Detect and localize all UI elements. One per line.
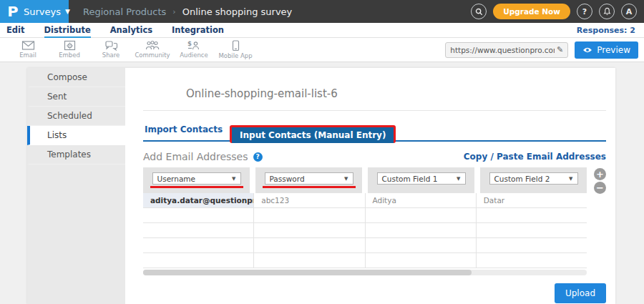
toolbar-item-email[interactable]: Email xyxy=(7,40,49,59)
column-header-4: Custom Field 2▼ xyxy=(480,167,587,193)
email-lists-panel: ComposeSentScheduledListsTemplates Onlin… xyxy=(27,68,615,304)
table-row xyxy=(143,223,587,238)
upgrade-now-button[interactable]: Upgrade Now xyxy=(493,4,570,19)
community-icon xyxy=(132,40,173,51)
sidebar-item-templates[interactable]: Templates xyxy=(27,145,125,165)
toolbar-item-embed[interactable]: Embed xyxy=(49,40,90,59)
table-cell[interactable] xyxy=(476,208,587,222)
tab-import-contacts[interactable]: Import Contacts xyxy=(143,124,230,140)
table-row: aditya.datar@questionpro.comabc123Aditya… xyxy=(143,193,587,208)
dropdown-caret-icon: ▼ xyxy=(569,176,572,182)
nav-tab-integration[interactable]: Integration xyxy=(172,23,224,38)
horizontal-scrollbar[interactable] xyxy=(143,270,587,275)
table-cell[interactable] xyxy=(476,223,587,237)
sidebar-item-lists[interactable]: Lists xyxy=(27,126,125,145)
nav-tab-distribute[interactable]: Distribute xyxy=(44,23,91,38)
breadcrumb: Regional Products › Online shopping surv… xyxy=(83,6,292,17)
search-button[interactable] xyxy=(471,4,487,19)
column-select-username[interactable]: Username▼ xyxy=(152,172,241,185)
table-row xyxy=(143,253,587,268)
responses-count[interactable]: Responses: 2 xyxy=(577,26,635,35)
add-row-button[interactable]: + xyxy=(594,168,606,180)
title-divider xyxy=(143,110,606,111)
toolbar-item-mobile-app[interactable]: Mobile App xyxy=(215,40,256,59)
nav-tab-edit[interactable]: Edit xyxy=(6,23,25,38)
table-cell[interactable] xyxy=(365,253,476,268)
bell-icon xyxy=(603,7,611,16)
help-icon[interactable]: ? xyxy=(253,152,263,162)
column-header-3: Custom Field 1▼ xyxy=(368,167,474,193)
sidebar-item-scheduled[interactable]: Scheduled xyxy=(27,107,125,126)
survey-nav-tabs: EditDistributeAnalyticsIntegration xyxy=(6,23,243,38)
survey-url-text: https://www.questionpro.com/t/APNrFZ xyxy=(450,46,555,54)
table-cell[interactable] xyxy=(365,223,476,237)
email-list-title: Online-shopping-email-list-6 xyxy=(186,87,606,100)
copy-paste-email-link[interactable]: Copy / Paste Email Addresses xyxy=(464,152,606,162)
table-row xyxy=(143,208,587,223)
table-cell[interactable] xyxy=(476,253,587,268)
list-content: Online-shopping-email-list-6 Import Cont… xyxy=(125,68,622,304)
toolbar-item-community[interactable]: Community xyxy=(132,40,173,59)
add-email-addresses-title: Add Email Addresses xyxy=(143,151,248,162)
upload-button[interactable]: Upload xyxy=(555,283,606,303)
table-cell[interactable] xyxy=(253,223,364,237)
upload-row: Upload xyxy=(143,283,606,303)
contacts-tab-bar: Import Contacts Input Contacts (Manual E… xyxy=(143,124,606,142)
surveys-menu-label: Surveys xyxy=(24,6,61,17)
table-cell[interactable]: Datar xyxy=(476,193,587,207)
table-cell[interactable] xyxy=(365,238,476,252)
account-avatar[interactable]: A xyxy=(621,4,637,19)
column-select-custom-field-2[interactable]: Custom Field 2▼ xyxy=(489,172,578,185)
remove-row-button[interactable]: − xyxy=(594,182,606,194)
table-cell[interactable] xyxy=(143,238,253,252)
breadcrumb-separator-icon: › xyxy=(172,7,175,16)
toolbar-right: https://www.questionpro.com/t/APNrFZ ✎ P… xyxy=(445,41,638,59)
toolbar-item-label: Mobile App xyxy=(215,52,256,59)
table-cell[interactable] xyxy=(253,238,364,252)
toolbar-item-audience[interactable]: $Audience xyxy=(173,40,215,59)
red-annotation-underline xyxy=(150,186,243,188)
horizontal-scrollbar-thumb[interactable] xyxy=(143,270,472,275)
sidebar-item-sent[interactable]: Sent xyxy=(27,87,125,107)
email-sidebar: ComposeSentScheduledListsTemplates xyxy=(27,68,125,304)
survey-url-field[interactable]: https://www.questionpro.com/t/APNrFZ ✎ xyxy=(445,42,568,58)
table-cell[interactable]: Aditya xyxy=(365,193,476,207)
table-cell[interactable] xyxy=(476,238,587,252)
breadcrumb-folder[interactable]: Regional Products xyxy=(83,6,166,17)
nav-tab-analytics[interactable]: Analytics xyxy=(110,23,152,38)
email-icon xyxy=(7,40,49,51)
preview-button[interactable]: Preview xyxy=(575,41,638,59)
mobile-app-icon xyxy=(215,40,256,52)
column-select-custom-field-1[interactable]: Custom Field 1▼ xyxy=(377,172,466,185)
table-cell[interactable] xyxy=(143,253,253,268)
surveys-menu[interactable]: P Surveys ▼ xyxy=(0,0,69,23)
dropdown-caret-icon: ▼ xyxy=(457,176,460,182)
toolbar-item-label: Share xyxy=(90,52,132,59)
breadcrumb-survey-title: Online shopping survey xyxy=(182,6,293,17)
notifications-button[interactable] xyxy=(599,4,615,19)
table-cell[interactable] xyxy=(143,208,253,222)
contacts-table-body: aditya.datar@questionpro.comabc123Aditya… xyxy=(143,193,587,268)
toolbar-item-share[interactable]: Share xyxy=(90,40,132,59)
page-background: ComposeSentScheduledListsTemplates Onlin… xyxy=(0,62,644,304)
topbar-actions: Upgrade Now ? A xyxy=(471,4,644,19)
column-select-password[interactable]: Password▼ xyxy=(265,172,353,185)
column-select-value: Password xyxy=(270,175,305,183)
table-cell[interactable] xyxy=(253,253,364,268)
red-annotation-underline xyxy=(263,186,356,188)
table-row xyxy=(143,238,587,253)
table-cell[interactable] xyxy=(253,208,364,222)
table-cell[interactable] xyxy=(365,208,476,222)
table-cell[interactable] xyxy=(143,223,253,237)
tab-input-contacts-manual-entry[interactable]: Input Contacts (Manual Entry) xyxy=(232,127,394,143)
preview-button-label: Preview xyxy=(597,45,630,55)
table-cell[interactable]: abc123 xyxy=(253,193,364,207)
column-select-value: Custom Field 1 xyxy=(382,175,438,183)
column-header-1: Username▼ xyxy=(143,167,250,193)
sidebar-item-compose[interactable]: Compose xyxy=(27,68,125,87)
help-button[interactable]: ? xyxy=(577,4,592,19)
toolbar-item-label: Audience xyxy=(173,52,215,59)
edit-url-icon[interactable]: ✎ xyxy=(557,45,563,54)
toolbar-item-label: Community xyxy=(132,52,173,59)
table-cell[interactable]: aditya.datar@questionpro.com xyxy=(143,193,253,207)
